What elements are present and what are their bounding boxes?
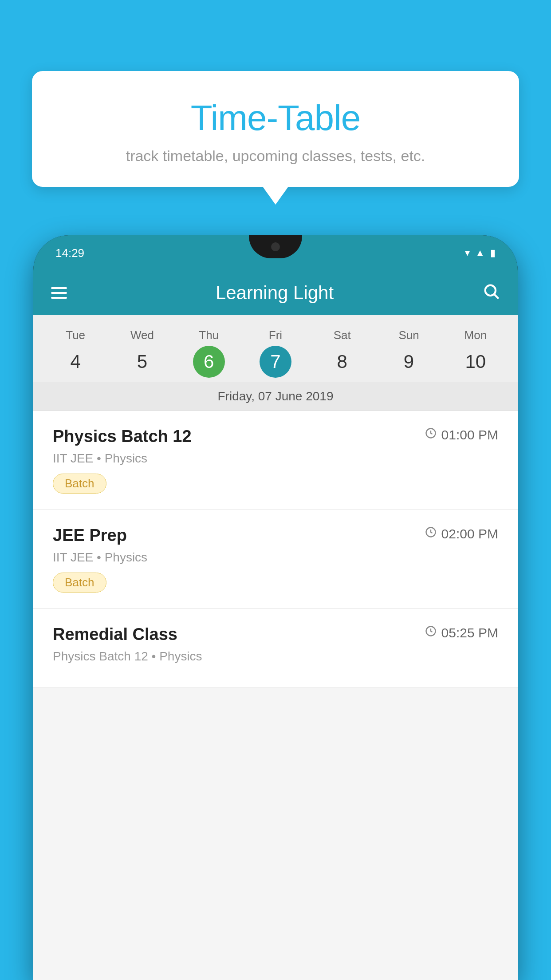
battery-icon: ▮: [490, 247, 496, 259]
class-card[interactable]: Physics Batch 1201:00 PMIIT JEE • Physic…: [33, 411, 518, 510]
notch-cutout: [249, 235, 302, 258]
day-number: 4: [59, 346, 91, 378]
day-col-wed[interactable]: Wed5: [115, 328, 169, 378]
svg-line-1: [495, 294, 499, 298]
day-label: Tue: [66, 328, 85, 342]
class-card-header: JEE Prep02:00 PM: [53, 526, 498, 545]
clock-icon: [425, 427, 437, 443]
day-col-mon[interactable]: Mon10: [449, 328, 502, 378]
class-card[interactable]: JEE Prep02:00 PMIIT JEE • PhysicsBatch: [33, 510, 518, 609]
day-number: 5: [126, 346, 158, 378]
day-col-sun[interactable]: Sun9: [382, 328, 436, 378]
tooltip-title: Time-Table: [54, 98, 497, 138]
tooltip-card: Time-Table track timetable, upcoming cla…: [32, 71, 519, 187]
day-col-tue[interactable]: Tue4: [49, 328, 102, 378]
class-card-header: Physics Batch 1201:00 PM: [53, 427, 498, 446]
day-number: 10: [460, 346, 492, 378]
phone-screen: Tue4Wed5Thu6Fri7Sat8Sun9Mon10 Friday, 07…: [33, 315, 518, 980]
wifi-icon: ▾: [465, 247, 470, 259]
day-number: 7: [260, 346, 291, 378]
hamburger-menu-button[interactable]: [51, 287, 67, 299]
day-label: Mon: [464, 328, 487, 342]
phone-frame: 14:29 ▾ ▲ ▮ Learning Light Tue4Wed5Thu6F…: [33, 235, 518, 980]
day-number: 6: [193, 346, 225, 378]
status-icons: ▾ ▲ ▮: [465, 247, 496, 259]
clock-icon: [425, 625, 437, 640]
search-icon[interactable]: [482, 282, 500, 304]
class-time: 02:00 PM: [425, 526, 498, 541]
class-meta: IIT JEE • Physics: [53, 451, 498, 466]
class-meta: IIT JEE • Physics: [53, 550, 498, 565]
day-label: Sun: [398, 328, 419, 342]
class-time: 01:00 PM: [425, 427, 498, 443]
svg-point-0: [485, 285, 496, 295]
class-time-text: 05:25 PM: [441, 625, 498, 640]
class-name: Physics Batch 12: [53, 427, 192, 446]
day-label: Fri: [269, 328, 282, 342]
batch-badge: Batch: [53, 474, 106, 494]
calendar: Tue4Wed5Thu6Fri7Sat8Sun9Mon10 Friday, 07…: [33, 315, 518, 411]
class-card[interactable]: Remedial Class05:25 PMPhysics Batch 12 •…: [33, 609, 518, 688]
class-name: Remedial Class: [53, 625, 177, 644]
class-time: 05:25 PM: [425, 625, 498, 640]
status-time: 14:29: [55, 246, 84, 260]
day-number: 9: [393, 346, 425, 378]
day-label: Sat: [334, 328, 351, 342]
day-col-sat[interactable]: Sat8: [315, 328, 369, 378]
camera-dot: [271, 242, 280, 251]
app-bar: Learning Light: [33, 271, 518, 315]
day-number: 8: [326, 346, 358, 378]
class-time-text: 01:00 PM: [441, 427, 498, 443]
batch-badge: Batch: [53, 573, 106, 593]
day-col-fri[interactable]: Fri7: [249, 328, 302, 378]
status-bar: 14:29 ▾ ▲ ▮: [33, 235, 518, 271]
day-label: Thu: [199, 328, 219, 342]
signal-icon: ▲: [475, 247, 485, 259]
selected-date: Friday, 07 June 2019: [33, 382, 518, 411]
class-meta: Physics Batch 12 • Physics: [53, 649, 498, 664]
days-row: Tue4Wed5Thu6Fri7Sat8Sun9Mon10: [33, 324, 518, 382]
class-card-header: Remedial Class05:25 PM: [53, 625, 498, 644]
day-label: Wed: [130, 328, 154, 342]
tooltip-subtitle: track timetable, upcoming classes, tests…: [54, 147, 497, 165]
class-name: JEE Prep: [53, 526, 127, 545]
clock-icon: [425, 526, 437, 541]
classes-list: Physics Batch 1201:00 PMIIT JEE • Physic…: [33, 411, 518, 688]
class-time-text: 02:00 PM: [441, 526, 498, 541]
day-col-thu[interactable]: Thu6: [182, 328, 236, 378]
app-title: Learning Light: [67, 282, 482, 304]
